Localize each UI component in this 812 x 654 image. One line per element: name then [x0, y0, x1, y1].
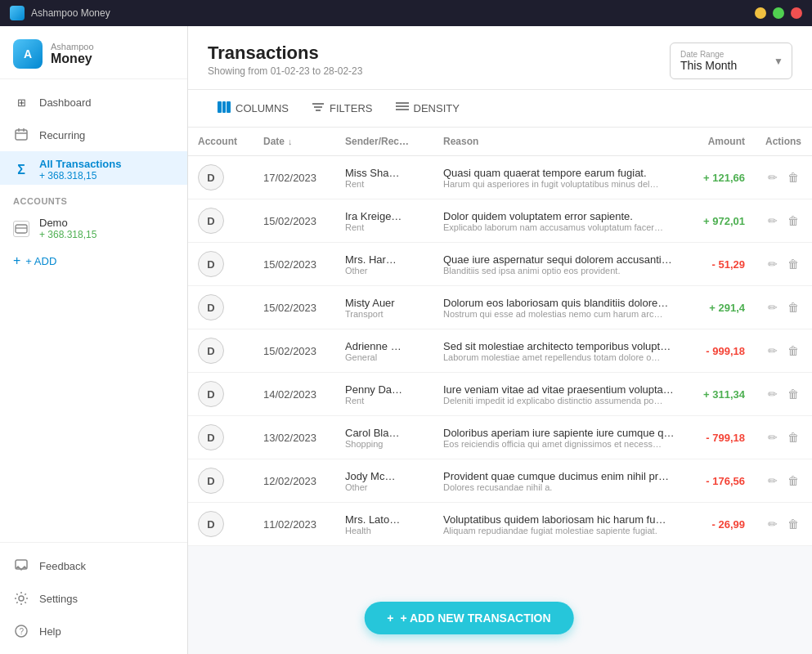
demo-account-amount: + 368.318,15: [39, 229, 96, 240]
reason-main: Dolor quidem voluptatem error sapiente.: [443, 210, 680, 222]
filters-button[interactable]: FILTERS: [302, 96, 383, 120]
col-header-date[interactable]: Date ↓: [253, 128, 335, 156]
sender-category: Shopping: [345, 439, 424, 449]
add-icon: +: [387, 611, 393, 625]
avatar: D: [198, 251, 224, 277]
sidebar-item-settings[interactable]: Settings: [0, 582, 187, 615]
delete-button[interactable]: 🗑: [784, 211, 802, 231]
amount-value: - 999,18: [706, 345, 745, 357]
table-row: D 15/02/2023 Ira Kreige… Rent Dolor quid…: [188, 199, 812, 243]
edit-button[interactable]: ✏: [765, 384, 781, 404]
sidebar-item-sigma[interactable]: Σ All Transactions + 368.318,15: [0, 151, 187, 185]
cell-date: 15/02/2023: [253, 199, 335, 243]
delete-button[interactable]: 🗑: [784, 168, 802, 187]
edit-button[interactable]: ✏: [765, 341, 781, 361]
svg-rect-0: [16, 130, 27, 140]
sidebar: A Ashampoo Money ⊞ Dashboard: [0, 26, 188, 654]
avatar: D: [198, 381, 224, 407]
add-account-button[interactable]: + + ADD: [0, 247, 187, 275]
app-icon: [10, 6, 25, 20]
cell-amount: - 999,18: [689, 329, 755, 373]
edit-button[interactable]: ✏: [765, 471, 781, 490]
cell-account: D: [188, 199, 253, 243]
help-icon: ?: [13, 623, 29, 639]
brand: A Ashampoo Money: [0, 26, 187, 79]
sigma-icon: Σ: [13, 162, 29, 178]
edit-button[interactable]: ✏: [765, 254, 781, 274]
edit-button[interactable]: ✏: [765, 298, 781, 317]
maximize-button[interactable]: □: [773, 7, 784, 19]
sidebar-item-label: Dashboard: [39, 96, 92, 109]
table-row: D 14/02/2023 Penny Da… Rent Iure veniam …: [188, 373, 812, 416]
sidebar-item-dashboard[interactable]: ⊞ Dashboard: [0, 86, 187, 119]
avatar: D: [198, 338, 224, 364]
add-account-label: + ADD: [25, 255, 56, 267]
table-row: D 15/02/2023 Mrs. Har… Other Quae iure a…: [188, 243, 812, 286]
demo-account-name: Demo: [39, 217, 96, 229]
delete-button[interactable]: 🗑: [784, 254, 802, 274]
demo-account-item[interactable]: Demo + 368.318,15: [39, 217, 96, 240]
amount-value: + 121,66: [703, 172, 745, 184]
cell-actions: ✏ 🗑: [755, 243, 812, 286]
minimize-button[interactable]: −: [755, 7, 766, 19]
sender-name: Penny Da…: [345, 383, 410, 396]
edit-button[interactable]: ✏: [765, 514, 781, 534]
cell-sender: Mrs. Har… Other: [335, 243, 433, 286]
titlebar-title: Ashampoo Money: [31, 7, 110, 19]
amount-value: + 972,01: [703, 215, 745, 227]
brand-icon: A: [13, 39, 43, 69]
account-icon: [13, 221, 29, 237]
amount-value: - 176,56: [706, 475, 745, 487]
sender-name: Jody Mc…: [345, 470, 410, 482]
main-header: Transactions Showing from 01-02-23 to 28…: [188, 26, 812, 90]
columns-button[interactable]: COLUMNS: [208, 96, 298, 120]
cell-actions: ✏ 🗑: [755, 286, 812, 329]
cell-actions: ✏ 🗑: [755, 329, 812, 373]
date-range-value: This Month: [680, 59, 782, 72]
sender-name: Mrs. Lato…: [345, 513, 410, 526]
sender-category: Rent: [345, 396, 424, 405]
sender-category: Rent: [345, 222, 424, 232]
sidebar-item-help[interactable]: ? Help: [0, 615, 187, 647]
delete-button[interactable]: 🗑: [784, 514, 802, 534]
cell-amount: + 121,66: [689, 156, 755, 199]
delete-button[interactable]: 🗑: [784, 471, 802, 490]
table-row: D 11/02/2023 Mrs. Lato… Health Voluptati…: [188, 503, 812, 546]
close-button[interactable]: ×: [791, 7, 802, 19]
reason-sub: Dolores recusandae nihil a.: [443, 482, 680, 492]
amount-value: - 26,99: [712, 518, 745, 531]
sender-category: General: [345, 352, 424, 362]
edit-button[interactable]: ✏: [765, 428, 781, 447]
reason-sub: Harum qui asperiores in fugit voluptatib…: [443, 179, 680, 189]
transactions-table-container[interactable]: Account Date ↓ Sender/Rec… Reason Amount…: [188, 128, 812, 654]
edit-button[interactable]: ✏: [765, 211, 781, 231]
date-range-dropdown[interactable]: Date Range This Month ▼: [670, 43, 792, 79]
account-icon-area: Demo + 368.318,15: [0, 210, 187, 247]
reason-sub: Blanditiis sed ipsa animi optio eos prov…: [443, 266, 680, 275]
cell-sender: Carol Bla… Shopping: [335, 416, 433, 459]
reason-main: Quasi quam quaerat tempore earum fugiat.: [443, 167, 680, 179]
sidebar-item-recurring[interactable]: Recurring: [0, 119, 187, 151]
delete-button[interactable]: 🗑: [784, 341, 802, 361]
amount-value: + 291,4: [709, 302, 745, 314]
sidebar-item-feedback[interactable]: Feedback: [0, 549, 187, 582]
density-button[interactable]: DENSITY: [386, 96, 469, 120]
sender-category: Rent: [345, 179, 424, 189]
cell-date: 13/02/2023: [253, 416, 335, 459]
cell-account: D: [188, 503, 253, 546]
reason-main: Dolorum eos laboriosam quis blanditiis d…: [443, 297, 680, 309]
avatar: D: [198, 294, 224, 320]
toolbar: COLUMNS FILTERS DENSITY: [188, 90, 812, 128]
date-range-selector[interactable]: Date Range This Month ▼: [670, 43, 792, 79]
svg-rect-12: [227, 101, 231, 113]
avatar: D: [198, 511, 224, 537]
cell-reason: Quae iure aspernatur sequi dolorem accus…: [433, 243, 689, 286]
cell-amount: - 51,29: [689, 243, 755, 286]
add-transaction-button[interactable]: + + ADD NEW TRANSACTION: [364, 602, 573, 634]
delete-button[interactable]: 🗑: [784, 298, 802, 317]
delete-button[interactable]: 🗑: [784, 428, 802, 447]
delete-button[interactable]: 🗑: [784, 384, 802, 404]
sender-name: Carol Bla…: [345, 427, 410, 439]
edit-button[interactable]: ✏: [765, 168, 781, 187]
dashboard-icon: ⊞: [13, 94, 29, 110]
